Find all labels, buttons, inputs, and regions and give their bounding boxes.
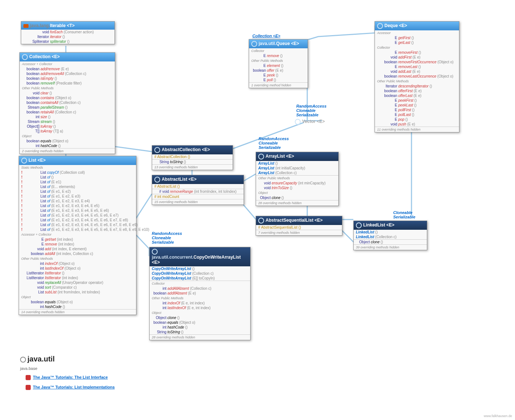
method-row: E peekFirst () (375, 98, 459, 103)
method-row: ! List of (E e1, E e2, E e3, E e4, E e5,… (19, 218, 136, 222)
constructor: CopyOnWriteArrayList (Collection c) (150, 271, 250, 276)
class-arraylist: ArrayList <E> ArrayList ()ArrayList (int… (256, 152, 339, 206)
gear-icon (258, 218, 264, 224)
method-row: void push (E e) (375, 122, 459, 127)
method-row: Object clone () (256, 195, 338, 200)
svg-line-2 (113, 146, 154, 152)
method-row: boolean offerFirst (E e) (375, 89, 459, 93)
tutorial-link-list-impl[interactable]: The Java™ Tutorials: List Implementation… (26, 385, 115, 390)
method-row: ! List of (E e1, E e2, E e3, E e4, E e5) (19, 203, 136, 208)
footer-hidden: 39 overriding methods hidden (354, 244, 427, 250)
method-row: List subList (int fromIndex, int toIndex… (19, 290, 136, 295)
method-row: E getFirst () (375, 35, 459, 40)
class-list: List <E> Static Methods ! List copyOf (C… (19, 156, 136, 315)
footer-hidden: 14 overriding methods hidden (19, 309, 136, 315)
method-row: void addFirst (E e) (375, 55, 459, 60)
footer-hidden: 15 overriding methods hidden (152, 199, 244, 205)
method-row: boolean removeIf (Predicate filter) (20, 81, 115, 86)
method-row: E pop () (375, 117, 459, 122)
method-row: ! List of () (19, 175, 136, 180)
method-row: ! List of (E e1, E e2, E e3, E e4) (19, 199, 136, 203)
class-linkedlist: LinkedList <E> LinkedList ()LinkedList (… (353, 221, 427, 250)
method-row: ! List of (E e1) (19, 180, 136, 184)
method-row: int addAllAbsent (Collection c) (150, 286, 250, 291)
section-label: Other Public Methods (256, 175, 338, 181)
method-row: E pollLast () (375, 112, 459, 117)
method-row: ! List of (E e1, E e2, E e3, E e4, E e5,… (19, 213, 136, 218)
method-row: # void removeRange (int fromIndex, int t… (152, 189, 244, 194)
method-row: boolean contains (Object o) (20, 95, 115, 100)
method-row: boolean add/remove (E e) (20, 67, 115, 71)
list-title: List <E> (19, 156, 136, 165)
method-row: E element () (249, 63, 308, 68)
footer-hidden: 1 overriding method hidden (249, 82, 308, 88)
constructor: LinkedList (Collection c) (354, 235, 427, 239)
collection-ref-link[interactable]: Collection <E> (252, 34, 280, 38)
gear-icon (154, 177, 160, 183)
method-row: void replaceAll (UnaryOperator operator) (19, 280, 136, 285)
method-row: int indexOf (E e, int index) (150, 301, 250, 305)
collection-title: Collection <E> (20, 53, 115, 61)
method-row: boolean equals (Object o) (150, 320, 250, 325)
absseqlist-title: AbstractSequentialList <E> (256, 216, 342, 225)
method-row: void add (int index, E element) (19, 247, 136, 251)
method-row: int hashCode () (20, 143, 115, 148)
linkedlist-title: LinkedList <E> (354, 221, 427, 230)
method-row: ! List of (E... elements) (19, 184, 136, 189)
constructor: CopyOnWriteArrayList (E[] toCopyIn) (150, 276, 250, 281)
method-row: boolean retainAll (Collection c) (20, 110, 115, 115)
section-label: Other Public Methods (375, 79, 459, 84)
method-row: boolean offerLast (E e) (375, 93, 459, 98)
section-label: Other Public Methods (249, 58, 308, 63)
class-iterable: java.lang.Iterable <T> void forEach (Con… (21, 21, 115, 44)
section-label: Other Public Methods (150, 296, 250, 301)
constructor: LinkedList () (354, 230, 427, 235)
method-row: ! List of (E e1, E e2) (19, 189, 136, 194)
arraylist-title: ArrayList <E> (256, 152, 338, 161)
method-row: ! List copyOf (Collection coll) (19, 170, 136, 175)
gear-icon (20, 357, 26, 363)
field: # int modCount (152, 194, 244, 199)
abslist-title: AbstractList <E> (152, 175, 244, 184)
tutorial-link-list-interface[interactable]: The Java™ Tutorials: The List Interface (26, 375, 108, 380)
method-row: void clear () (20, 91, 115, 95)
method-row: boolean addAll (int index, Collection c) (19, 251, 136, 256)
vector-badges: RandomAccess Cloneable Serializable (296, 104, 327, 117)
method-row: boolean offer (E e) (249, 68, 308, 73)
gear-icon (258, 154, 264, 160)
method-row: void addLast (E e) (375, 69, 459, 74)
method-row: ! List of (E e1, E e2, E e3) (19, 194, 136, 199)
method-row: int hashCode () (150, 325, 250, 330)
method-row: int lastIndexOf (E e, int index) (150, 305, 250, 310)
footer-hidden: 28 overriding methods hidden (256, 200, 338, 206)
method-row: void forEach (Consumer action) (21, 30, 114, 34)
method-row: Stream parallelStream () (20, 105, 115, 110)
cowal-badges: RandomAccess Cloneable Serializable (152, 231, 182, 244)
class-abstractlist: AbstractList <E> # AbstractList () # voi… (152, 175, 244, 205)
footer-hidden: 2 overriding methods hidden (20, 148, 115, 154)
footer-hidden: 7 overriding methods hidden (256, 230, 342, 235)
class-copyonwritearraylist: java.util.concurrent.CopyOnWriteArrayLis… (149, 247, 251, 340)
method-row: int lastIndexOf (Object o) (19, 266, 136, 271)
arraylist-badges: RandomAccess Cloneable Serializable (259, 136, 289, 150)
method-row: String toString () (152, 160, 233, 164)
linkedlist-badges: Cloneable Serializable (393, 210, 416, 219)
gear-icon (295, 119, 301, 125)
section-label: Other Public Methods (19, 256, 136, 261)
class-vector-ghost[interactable]: Vector <E> (295, 119, 325, 125)
method-row: int size () (20, 115, 115, 119)
method-row: boolean removeFirstOccurrence (Object o) (375, 60, 459, 64)
section-label: Static Methods (19, 165, 136, 170)
method-row: Object[] toArray () (20, 124, 115, 129)
method-row: E removeLast () (375, 64, 459, 69)
svg-line-3 (135, 194, 152, 220)
gear-icon (22, 54, 28, 60)
queue-title: java.util.Queue <E> (249, 40, 308, 48)
section-label: Accessor (375, 30, 459, 35)
method-row: ! List of (E e1, E e2, E e3, E e4, E e5,… (19, 222, 136, 227)
constructor: # AbstractCollection () (152, 154, 233, 159)
class-queue: java.util.Queue <E> Collector E remove (… (249, 39, 308, 88)
section-label: Object (150, 310, 250, 315)
section-label: Object (20, 134, 115, 139)
method-row: void ensureCapacity (int minCapacity) (256, 181, 338, 185)
